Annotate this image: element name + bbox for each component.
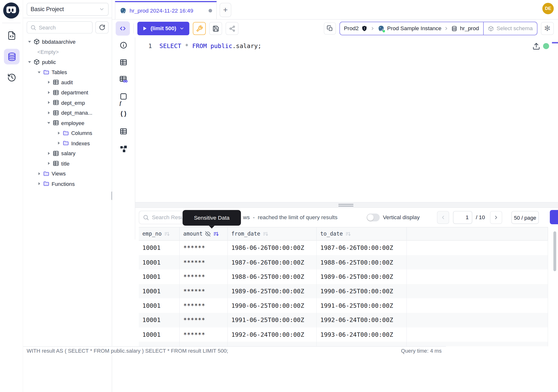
tables-panel-button[interactable] xyxy=(119,58,128,66)
caret-right-icon[interactable] xyxy=(37,172,41,175)
admin-wrench-button[interactable] xyxy=(193,22,206,35)
vertical-display-label: Vertical display xyxy=(383,208,420,227)
sql-keyword: FROM xyxy=(192,42,207,49)
caret-right-icon[interactable] xyxy=(47,91,51,94)
table-row[interactable]: 10001 ****** 1989-06-25T00:00:00Z 1990-0… xyxy=(139,284,548,298)
project-selector[interactable]: Basic Project xyxy=(27,3,109,16)
refresh-schema-button[interactable] xyxy=(95,21,109,33)
vertical-display-toggle[interactable] xyxy=(366,214,380,221)
search-icon xyxy=(30,24,36,30)
column-header-emp_no[interactable]: emp_no xyxy=(139,227,180,240)
tree-item-functions[interactable]: Functions xyxy=(23,179,112,189)
tree-item-audit[interactable]: audit xyxy=(23,77,112,87)
worksheet-nav-button[interactable] xyxy=(4,28,19,44)
sidebar-search-input[interactable] xyxy=(39,24,85,30)
tree-item-columns[interactable]: Columns xyxy=(23,128,112,138)
caret-down-icon[interactable] xyxy=(28,40,31,44)
tree-item-employee[interactable]: employee xyxy=(23,118,112,128)
sort-icon[interactable] xyxy=(263,231,269,237)
caret-right-icon[interactable] xyxy=(47,152,51,155)
table-row[interactable]: 10001 ****** 1993-06-24T00:00:00Z 1994-0… xyxy=(139,342,548,346)
history-icon xyxy=(7,73,16,82)
batch-copy-icon xyxy=(327,25,333,32)
info-panel-button[interactable] xyxy=(119,41,128,50)
masking-panel-button[interactable] xyxy=(119,75,128,84)
code-panel-button[interactable] xyxy=(116,21,130,35)
sort-icon[interactable] xyxy=(164,231,170,237)
tree-item-views[interactable]: Views xyxy=(23,168,112,179)
tree-item-bbdataarchive[interactable]: bbdataarchive xyxy=(23,37,112,47)
sql-schema: public xyxy=(207,42,232,49)
results-scrollbar-thumb[interactable] xyxy=(553,231,556,271)
external-tables-panel-button[interactable] xyxy=(119,127,128,135)
caret-right-icon[interactable] xyxy=(47,81,51,84)
parentheses-icon: ( ) xyxy=(121,110,126,117)
history-nav-button[interactable] xyxy=(4,70,19,86)
save-button[interactable] xyxy=(209,22,222,35)
table-icon xyxy=(52,110,59,116)
column-header-to_date[interactable]: to_date xyxy=(317,227,407,240)
tab-label: hr_prod 2024-11-22 16:49 xyxy=(130,8,193,14)
caret-right-icon[interactable] xyxy=(47,111,51,115)
table-row[interactable]: 10001 ****** 1988-06-25T00:00:00Z 1989-0… xyxy=(139,269,548,284)
tree-item-salary[interactable]: salary xyxy=(23,148,112,158)
add-tab-button[interactable]: + xyxy=(220,3,231,17)
page-number-input[interactable] xyxy=(453,211,472,224)
share-button[interactable] xyxy=(226,22,238,35)
sort-icon-active[interactable] xyxy=(213,231,219,237)
run-query-button[interactable]: (limit 500) xyxy=(137,22,190,35)
prev-page-button[interactable] xyxy=(437,211,449,224)
parentheses-panel-button[interactable]: ( ) xyxy=(119,110,128,118)
tree-item-dept_manager[interactable]: dept_mana... xyxy=(23,108,112,118)
tree-item-indexes[interactable]: Indexes xyxy=(23,138,112,148)
table-row[interactable]: 10001 ****** 1986-06-26T00:00:00Z 1987-0… xyxy=(139,241,548,255)
batch-query-button[interactable] xyxy=(324,22,336,35)
share-icon xyxy=(229,25,235,32)
upload-sql-button[interactable] xyxy=(532,42,540,50)
connection-toolbar: Prod2 Prod Sample Instance xyxy=(324,19,554,37)
caret-down-icon[interactable] xyxy=(28,60,31,64)
folder-icon xyxy=(43,69,50,76)
table-row[interactable]: 10001 ****** 1992-06-24T00:00:00Z 1993-0… xyxy=(139,327,548,342)
table-row[interactable]: 10001 ****** 1991-06-25T00:00:00Z 1992-0… xyxy=(139,313,548,327)
caret-down-icon[interactable] xyxy=(37,70,41,74)
sql-identifier: .salary; xyxy=(232,42,262,49)
panel-splitter[interactable] xyxy=(135,202,558,208)
caret-down-icon[interactable] xyxy=(47,121,51,125)
column-header-from_date[interactable]: from_date xyxy=(228,227,317,240)
chevron-separator-icon xyxy=(370,26,375,31)
schema-selector[interactable]: Select schema xyxy=(484,22,537,35)
next-page-button[interactable] xyxy=(490,211,502,224)
tree-item-tables[interactable]: Tables xyxy=(23,67,112,77)
caret-right-icon[interactable] xyxy=(47,101,51,105)
tree-item-dept_emp[interactable]: dept_emp xyxy=(23,97,112,108)
table-row[interactable]: 10001 ****** 1990-06-25T00:00:00Z 1991-0… xyxy=(139,298,548,313)
caret-right-icon[interactable] xyxy=(57,141,61,145)
column-header-amount[interactable]: amount xyxy=(180,227,228,240)
ai-assistant-button[interactable]: ✻ xyxy=(541,22,554,35)
database-nav-button[interactable] xyxy=(4,49,19,64)
sort-icon[interactable] xyxy=(345,231,351,237)
play-icon xyxy=(142,26,148,31)
functions-panel-button[interactable]: f xyxy=(119,92,128,101)
user-avatar[interactable]: DE xyxy=(542,3,554,14)
tree-item-title[interactable]: title xyxy=(23,158,112,168)
caret-right-icon[interactable] xyxy=(57,131,61,135)
function-icon: f xyxy=(120,92,127,100)
schema-package-icon xyxy=(34,39,40,45)
tree-item-public[interactable]: public xyxy=(23,57,112,67)
project-selector-value: Basic Project xyxy=(31,6,64,13)
schema-diagram-button[interactable] xyxy=(119,145,128,153)
bytebase-logo-icon[interactable] xyxy=(3,2,19,18)
caret-right-icon[interactable] xyxy=(37,182,41,186)
export-button[interactable] xyxy=(550,210,558,224)
page-size-select[interactable]: 50 / page xyxy=(511,211,539,224)
sql-code-line[interactable]: SELECT * FROM public.salary; xyxy=(159,42,262,49)
tree-item-department[interactable]: department xyxy=(23,87,112,97)
connection-breadcrumb[interactable]: Prod2 Prod Sample Instance xyxy=(340,22,483,35)
tab-hr-prod[interactable]: hr_prod 2024-11-22 16:49 xyxy=(115,1,217,19)
caret-right-icon[interactable] xyxy=(47,162,51,165)
table-row[interactable]: 10001 ****** 1987-06-26T00:00:00Z 1988-0… xyxy=(139,255,548,270)
shield-alert-icon xyxy=(361,25,367,32)
refresh-icon xyxy=(99,24,105,31)
